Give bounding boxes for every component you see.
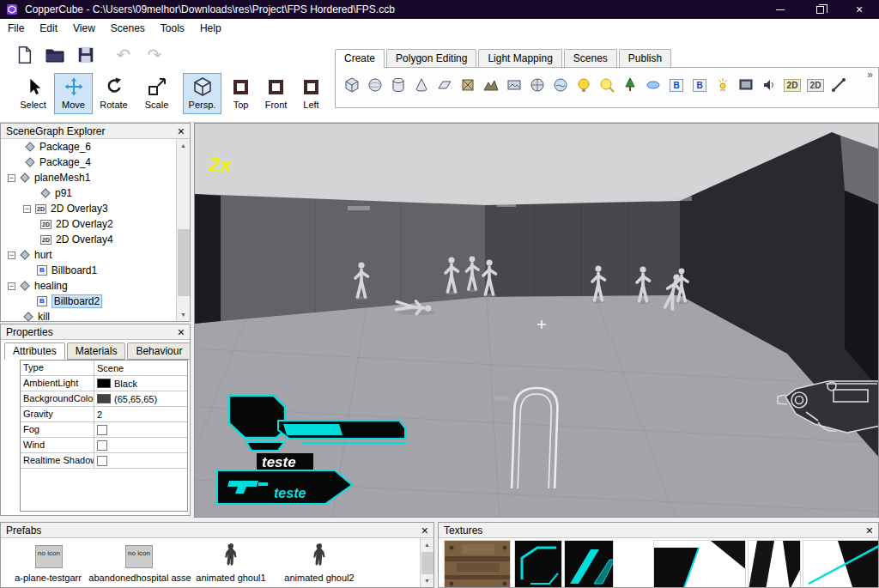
tree-item-p91[interactable]: p91: [1, 185, 176, 201]
scroll-down-icon[interactable]: ▼: [421, 574, 433, 587]
create-tree-icon[interactable]: [621, 76, 640, 94]
prefab-item-no-icon[interactable]: no icon: [125, 545, 153, 568]
perspective-view-button[interactable]: Persp.: [183, 73, 221, 114]
create-lens-flare-icon[interactable]: [597, 76, 616, 94]
realtime-shadow-checkbox[interactable]: [97, 456, 107, 466]
scrollbar-thumb[interactable]: [178, 229, 190, 296]
ribbon-overflow-button[interactable]: »: [867, 69, 873, 81]
tree-item-2d-overlay3[interactable]: −2D2D Overlay3: [1, 201, 176, 216]
scroll-down-icon[interactable]: ▼: [177, 308, 190, 321]
create-overlay-icon[interactable]: [737, 76, 755, 94]
left-view-button[interactable]: Left: [292, 73, 330, 114]
create-text-billboard-icon[interactable]: B: [690, 76, 709, 94]
create-crate-icon[interactable]: [458, 76, 477, 94]
open-file-button[interactable]: [43, 43, 67, 67]
color-swatch[interactable]: [97, 379, 111, 388]
tree-item-package4[interactable]: Package_4: [1, 155, 176, 170]
tree-item-kill[interactable]: kill: [1, 309, 176, 321]
create-2d-overlay-icon[interactable]: 2D: [783, 76, 802, 94]
create-particle-icon[interactable]: [644, 76, 663, 94]
tab-materials[interactable]: Materials: [67, 342, 126, 360]
scenegraph-scrollbar[interactable]: ▲ ▼: [176, 139, 190, 321]
create-light-icon[interactable]: [574, 76, 593, 94]
menu-view[interactable]: View: [65, 19, 103, 38]
top-view-button[interactable]: Top: [221, 73, 260, 114]
property-value[interactable]: Scene: [94, 361, 187, 375]
menu-scenes[interactable]: Scenes: [103, 19, 153, 38]
scrollbar-thumb[interactable]: [421, 552, 433, 574]
tree-item-2d-overlay2[interactable]: 2D2D Overlay2: [1, 216, 176, 232]
scenegraph-close-icon[interactable]: ×: [178, 125, 185, 137]
tree-item-package6[interactable]: Package_6: [1, 139, 176, 155]
color-swatch[interactable]: [97, 394, 111, 403]
collapse-icon[interactable]: −: [8, 282, 15, 290]
texture-thumbnail-hud5[interactable]: [803, 540, 878, 587]
textures-close-icon[interactable]: ×: [866, 524, 873, 536]
create-cylinder-icon[interactable]: [389, 76, 408, 94]
property-value[interactable]: 2: [94, 407, 187, 421]
prefab-label[interactable]: abandonedhospital asse: [88, 573, 191, 583]
collapse-icon[interactable]: −: [8, 252, 15, 259]
tab-attributes[interactable]: Attributes: [4, 342, 65, 360]
create-geosphere-icon[interactable]: [528, 76, 547, 94]
create-terrain-icon[interactable]: [482, 76, 500, 94]
new-document-button[interactable]: [12, 43, 36, 67]
viewport-3d[interactable]: 2x teste teste: [194, 123, 879, 518]
tree-item-2d-overlay4[interactable]: 2D2D Overlay4: [1, 232, 176, 247]
create-plane-icon[interactable]: [435, 76, 454, 94]
undo-button[interactable]: ↶: [112, 43, 136, 67]
scale-tool-button[interactable]: Scale: [137, 73, 176, 114]
collapse-icon[interactable]: −: [8, 174, 15, 182]
create-cube-icon[interactable]: [343, 76, 361, 94]
property-value[interactable]: Black: [94, 376, 187, 391]
create-billboard-icon[interactable]: B: [667, 76, 686, 94]
tree-item-planemesh1[interactable]: −planeMesh1: [1, 170, 176, 185]
select-tool-button[interactable]: Select: [14, 73, 52, 114]
collapse-icon[interactable]: −: [23, 205, 31, 213]
tab-scenes[interactable]: Scenes: [564, 49, 617, 67]
tab-publish[interactable]: Publish: [619, 49, 671, 67]
save-button[interactable]: [74, 43, 98, 67]
prefabs-scrollbar[interactable]: ▲ ▼: [420, 538, 433, 587]
texture-thumbnail-hud3[interactable]: [653, 540, 746, 587]
create-sphere-icon[interactable]: [366, 76, 385, 94]
texture-thumbnail-hud2[interactable]: [564, 540, 614, 587]
scroll-up-icon[interactable]: ▲: [421, 538, 433, 551]
create-water-icon[interactable]: [551, 76, 570, 94]
tree-item-billboard1[interactable]: BBillboard1: [1, 263, 176, 278]
menu-tools[interactable]: Tools: [153, 19, 192, 38]
prefab-ghoul-icon[interactable]: [312, 543, 326, 570]
prefab-item-no-icon[interactable]: no icon: [35, 545, 63, 568]
maximize-button[interactable]: [800, 0, 840, 19]
create-2d-overlay2-icon[interactable]: 2D: [806, 76, 825, 94]
properties-close-icon[interactable]: ×: [178, 326, 185, 338]
texture-thumbnail-hud4[interactable]: [748, 540, 801, 587]
create-sound-icon[interactable]: [760, 76, 779, 94]
create-lamp-icon[interactable]: [713, 76, 732, 94]
menu-help[interactable]: Help: [192, 19, 229, 38]
menu-file[interactable]: File: [0, 19, 32, 38]
front-view-button[interactable]: Front: [257, 73, 295, 114]
tree-item-healing[interactable]: −healing: [1, 278, 176, 294]
property-value[interactable]: (65,65,65): [94, 391, 187, 406]
menu-edit[interactable]: Edit: [32, 19, 65, 38]
prefab-label[interactable]: a-plane-testgarr: [15, 573, 82, 583]
tab-polygon-editing[interactable]: Polygon Editing: [386, 49, 476, 67]
minimize-button[interactable]: [761, 0, 800, 19]
scroll-up-icon[interactable]: ▲: [177, 139, 190, 152]
rotate-tool-button[interactable]: Rotate: [94, 73, 133, 114]
prefab-ghoul-icon[interactable]: [224, 543, 238, 570]
redo-button[interactable]: ↷: [142, 43, 167, 67]
tree-item-billboard2-selected[interactable]: BBillboard2: [1, 294, 176, 309]
fog-checkbox[interactable]: [97, 425, 107, 435]
texture-thumbnail-hud1[interactable]: [514, 540, 562, 587]
tab-light-mapping[interactable]: Light Mapping: [478, 49, 561, 67]
move-tool-button[interactable]: Move: [54, 73, 93, 114]
create-cone-icon[interactable]: [412, 76, 431, 94]
tab-behaviour[interactable]: Behaviour: [127, 342, 191, 360]
create-path-icon[interactable]: [829, 76, 848, 94]
tree-item-hurt[interactable]: −hurt: [1, 247, 176, 263]
tab-create[interactable]: Create: [335, 49, 385, 68]
prefab-label[interactable]: animated ghoul1: [196, 573, 265, 583]
prefab-label[interactable]: animated ghoul2: [284, 573, 354, 583]
